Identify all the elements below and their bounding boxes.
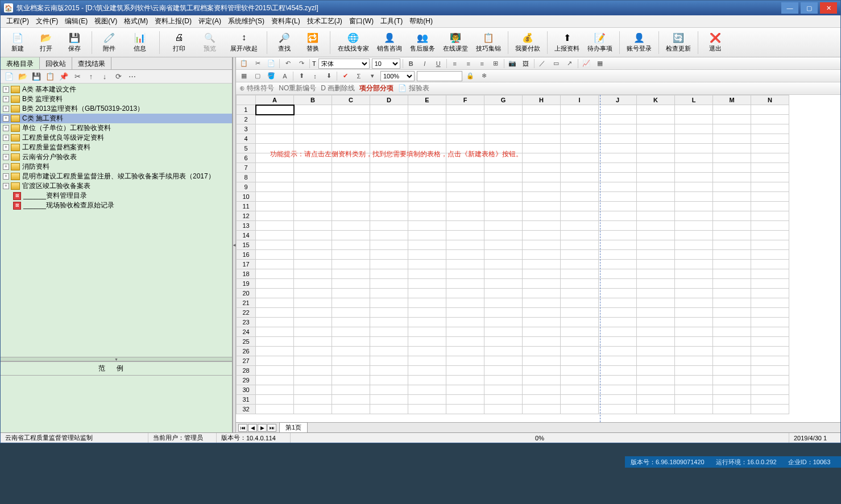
- cell-K2[interactable]: [637, 115, 675, 124]
- cell-A30[interactable]: [256, 385, 294, 395]
- tree-item-10[interactable]: +官渡区竣工验收备案表: [1, 181, 232, 191]
- cell-N17[interactable]: [751, 260, 789, 269]
- row-header-21[interactable]: 21: [237, 298, 256, 308]
- cell-E20[interactable]: [408, 289, 446, 298]
- cell-H28[interactable]: [523, 366, 561, 376]
- size-select[interactable]: 10: [372, 59, 400, 69]
- cell-A21[interactable]: [256, 298, 294, 308]
- cell-M10[interactable]: [713, 192, 751, 202]
- cell-M6[interactable]: [713, 153, 751, 163]
- cell-K29[interactable]: [637, 376, 675, 385]
- cell-K28[interactable]: [637, 366, 675, 376]
- cell-F7[interactable]: [446, 163, 484, 173]
- cell-J19[interactable]: [599, 279, 637, 289]
- cell-F29[interactable]: [446, 376, 484, 385]
- cell-L26[interactable]: [675, 347, 713, 356]
- cell-I2[interactable]: [561, 115, 599, 124]
- cell-K18[interactable]: [637, 269, 675, 279]
- align-left-icon[interactable]: ≡: [449, 59, 461, 69]
- cell-I18[interactable]: [561, 269, 599, 279]
- col-header-M[interactable]: M: [713, 95, 751, 105]
- cell-F22[interactable]: [446, 308, 484, 318]
- cell-H25[interactable]: [523, 337, 561, 347]
- cell-F21[interactable]: [446, 298, 484, 308]
- cell-J11[interactable]: [599, 202, 637, 211]
- cell-D31[interactable]: [370, 395, 408, 405]
- cell-I16[interactable]: [561, 250, 599, 260]
- cell-J28[interactable]: [599, 366, 637, 376]
- cell-K32[interactable]: [637, 405, 675, 414]
- cell-A13[interactable]: [256, 221, 294, 231]
- cell-J27[interactable]: [599, 356, 637, 366]
- cell-A25[interactable]: [256, 337, 294, 347]
- cell-H12[interactable]: [523, 211, 561, 221]
- cell-N12[interactable]: [751, 211, 789, 221]
- cell-I17[interactable]: [561, 260, 599, 269]
- cell-D13[interactable]: [370, 221, 408, 231]
- minimize-button[interactable]: —: [781, 2, 798, 14]
- col-header-C[interactable]: C: [332, 95, 370, 105]
- open-button[interactable]: 📂打开: [32, 29, 60, 56]
- cell-B9[interactable]: [294, 182, 332, 192]
- cell-J7[interactable]: [599, 163, 637, 173]
- grid-icon[interactable]: ▦: [594, 59, 606, 69]
- valign-top-icon[interactable]: ⬆: [296, 71, 307, 81]
- row-header-5[interactable]: 5: [237, 144, 256, 153]
- cell-C15[interactable]: [332, 240, 370, 250]
- find-button[interactable]: 🔎查找: [271, 29, 298, 56]
- cell-I14[interactable]: [561, 231, 599, 240]
- line-icon[interactable]: ／: [537, 59, 548, 69]
- left-tab-1[interactable]: 回收站: [40, 57, 72, 69]
- cell-L2[interactable]: [675, 115, 713, 124]
- cell-M2[interactable]: [713, 115, 751, 124]
- cell-B28[interactable]: [294, 366, 332, 376]
- cell-G25[interactable]: [484, 337, 523, 347]
- cell-C14[interactable]: [332, 231, 370, 240]
- cell-M29[interactable]: [713, 376, 751, 385]
- cell-K8[interactable]: [637, 173, 675, 182]
- cell-I27[interactable]: [561, 356, 599, 366]
- row-header-1[interactable]: 1: [237, 105, 256, 115]
- cell-D3[interactable]: [370, 124, 408, 134]
- cell-H5[interactable]: [523, 144, 561, 153]
- cell-G28[interactable]: [484, 366, 523, 376]
- cell-J8[interactable]: [599, 173, 637, 182]
- cell-C20[interactable]: [332, 289, 370, 298]
- cell-J6[interactable]: [599, 153, 637, 163]
- cell-A19[interactable]: [256, 279, 294, 289]
- sales-button[interactable]: 👤销售咨询: [374, 29, 405, 56]
- cell-A2[interactable]: [256, 115, 294, 124]
- delete-line-button[interactable]: D 画删除线: [321, 84, 355, 93]
- cell-I7[interactable]: [561, 163, 599, 173]
- cell-L13[interactable]: [675, 221, 713, 231]
- cell-I21[interactable]: [561, 298, 599, 308]
- cell-C13[interactable]: [332, 221, 370, 231]
- cell-K12[interactable]: [637, 211, 675, 221]
- cell-J24[interactable]: [599, 327, 637, 337]
- sum-icon[interactable]: Σ: [353, 71, 364, 81]
- cell-N6[interactable]: [751, 153, 789, 163]
- cell-B22[interactable]: [294, 308, 332, 318]
- cell-E8[interactable]: [408, 173, 446, 182]
- cell-A29[interactable]: [256, 376, 294, 385]
- tree-item-8[interactable]: +消防资料: [1, 162, 232, 172]
- cell-H30[interactable]: [523, 385, 561, 395]
- cell-L20[interactable]: [675, 289, 713, 298]
- row-header-3[interactable]: 3: [237, 124, 256, 134]
- lock-icon[interactable]: 🔒: [465, 71, 476, 81]
- cell-F30[interactable]: [446, 385, 484, 395]
- cell-K22[interactable]: [637, 308, 675, 318]
- last-sheet-button[interactable]: ⏭: [267, 424, 276, 432]
- cell-I31[interactable]: [561, 395, 599, 405]
- upload-button[interactable]: ⬆上报资料: [551, 29, 583, 56]
- undo-icon[interactable]: ↶: [282, 59, 293, 69]
- report-button[interactable]: 📄 报验表: [398, 84, 429, 93]
- col-header-G[interactable]: G: [484, 95, 523, 105]
- cell-K11[interactable]: [637, 202, 675, 211]
- cell-B15[interactable]: [294, 240, 332, 250]
- cell-K3[interactable]: [637, 124, 675, 134]
- cell-B27[interactable]: [294, 356, 332, 366]
- tree-item-0[interactable]: +A类 基本建设文件: [1, 85, 232, 94]
- cell-B32[interactable]: [294, 405, 332, 414]
- cell-A14[interactable]: [256, 231, 294, 240]
